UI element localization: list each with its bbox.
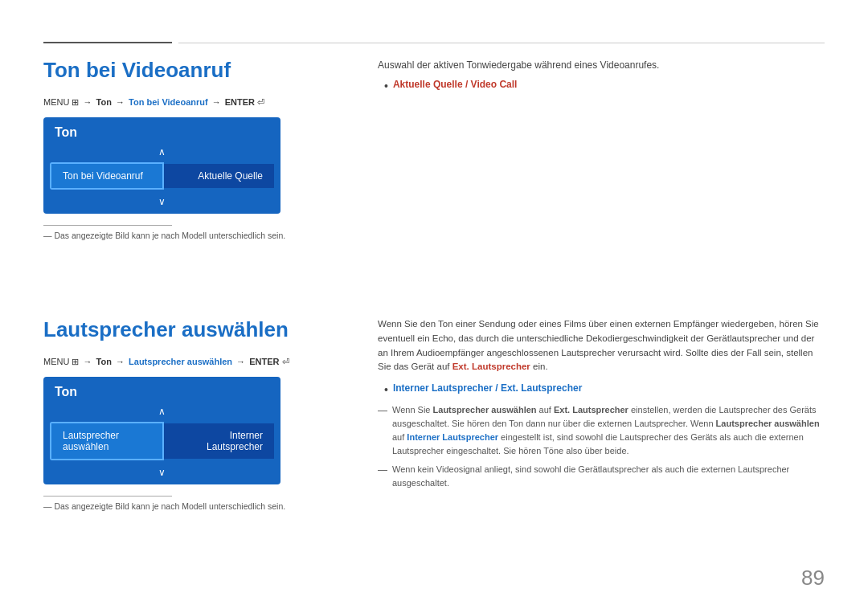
- sub-note-dash-2: ―: [378, 463, 387, 477]
- tv-menu-item-right-1: Aktuelle Quelle: [164, 164, 275, 188]
- section1-menu-path: MENU ⊞ → Ton → Ton bei Videoanruf → ENTE…: [43, 97, 349, 108]
- tv-menu-row-1: Ton bei Videoanruf Aktuelle Quelle: [50, 162, 274, 190]
- section2-desc-text: Wenn Sie den Ton einer Sendung oder eine…: [378, 319, 819, 371]
- section2-right: Wenn Sie den Ton einer Sendung oder eine…: [378, 317, 825, 495]
- section1-desc: Auswahl der aktiven Tonwiedergabe währen…: [378, 58, 825, 72]
- bullet-dot-2: •: [384, 382, 388, 398]
- top-line-long: [178, 43, 825, 43]
- tv-menu-item-left-1: Ton bei Videoanruf: [50, 162, 164, 190]
- tv-menu-item-left-2: Lautsprecher auswählen: [50, 422, 164, 460]
- note-text-1: ― Das angezeigte Bild kann je nach Model…: [43, 231, 349, 240]
- section2-desc: Wenn Sie den Ton einer Sendung oder eine…: [378, 317, 825, 374]
- section2-tv-menu: Ton ∧ Lautsprecher auswählen Interner La…: [43, 377, 280, 484]
- sub-note-text-2: Wenn kein Videosignal anliegt, sind sowo…: [392, 463, 825, 490]
- tv-menu-item-right-2: Interner Lautsprecher: [164, 423, 275, 459]
- section1-right: Auswahl der aktiven Tonwiedergabe währen…: [378, 58, 825, 98]
- menu-item2: Ton bei Videoanruf: [129, 97, 208, 107]
- section2-bullet-text: Interner Lautsprecher / Ext. Lautspreche…: [393, 382, 582, 394]
- section2-sub-note-1: ― Wenn Sie Lautsprecher auswählen auf Ex…: [378, 403, 825, 458]
- tv-menu-arrow-down-1: ∨: [43, 193, 280, 214]
- note-line-1: [43, 225, 172, 226]
- tv-menu-arrow-up-2: ∧: [43, 404, 280, 419]
- section2-sub-note-2: ― Wenn kein Videosignal anliegt, sind so…: [378, 463, 825, 490]
- top-line-short: [43, 42, 172, 43]
- section1-left: Ton bei Videoanruf MENU ⊞ → Ton → Ton be…: [43, 58, 349, 240]
- menu-icon-2: ⊞: [72, 357, 79, 366]
- section2-bullet: • Interner Lautsprecher / Ext. Lautsprec…: [384, 382, 825, 398]
- note-text-2: ― Das angezeigte Bild kann je nach Model…: [43, 501, 349, 511]
- section2-ext-label: Ext. Lautsprecher: [452, 362, 530, 371]
- tv-menu-arrow-down-2: ∨: [43, 464, 280, 484]
- section2-title: Lautsprecher auswählen: [43, 317, 349, 342]
- section1-bullet: • Aktuelle Quelle / Video Call: [384, 79, 825, 95]
- menu-enter: ENTER: [225, 97, 257, 107]
- section1-title: Ton bei Videoanruf: [43, 58, 349, 83]
- section2-menu-path: MENU ⊞ → Ton → Lautsprecher auswählen → …: [43, 357, 349, 367]
- menu-item2-2: Lautsprecher auswählen: [129, 357, 232, 366]
- section1-tv-menu: Ton ∧ Ton bei Videoanruf Aktuelle Quelle…: [43, 117, 280, 214]
- menu-item1-2: Ton: [96, 357, 112, 366]
- menu-prefix: MENU: [43, 97, 72, 107]
- note-line-2: [43, 496, 172, 497]
- section2-left: Lautsprecher auswählen MENU ⊞ → Ton → La…: [43, 317, 349, 511]
- page-number: 89: [801, 566, 825, 591]
- tv-menu-header-1: Ton: [43, 117, 280, 145]
- tv-menu-header-2: Ton: [43, 377, 280, 404]
- sub-note-dash-1: ―: [378, 403, 387, 418]
- menu-icon: ⊞: [72, 97, 79, 107]
- top-lines: [43, 42, 825, 43]
- bullet-dot-1: •: [384, 79, 388, 95]
- tv-menu-arrow-up-1: ∧: [43, 145, 280, 159]
- sub-note-text-1: Wenn Sie Lautsprecher auswählen auf Ext.…: [392, 403, 825, 458]
- enter-icon-2: ⏎: [282, 357, 289, 366]
- section1-bullet-text: Aktuelle Quelle / Video Call: [393, 79, 518, 90]
- enter-icon: ⏎: [257, 97, 264, 107]
- tv-menu-row-2: Lautsprecher auswählen Interner Lautspre…: [50, 422, 274, 460]
- menu-item1: Ton: [96, 97, 112, 107]
- menu-prefix-2: MENU: [43, 357, 72, 366]
- section2-desc-end: ein.: [533, 362, 548, 371]
- menu-enter-2: ENTER: [249, 357, 281, 366]
